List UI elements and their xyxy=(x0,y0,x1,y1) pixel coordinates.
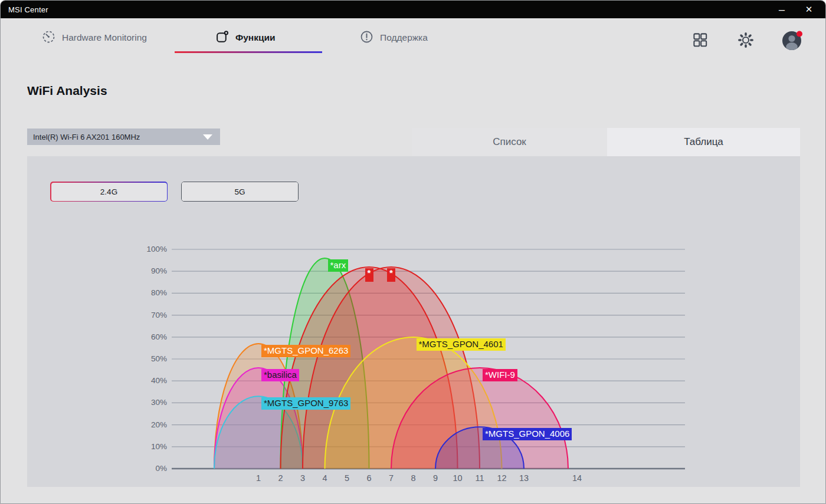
support-icon xyxy=(360,30,373,46)
tab-hardware-monitoring[interactable]: Hardware Monitoring xyxy=(42,28,147,48)
tab-label: Hardware Monitoring xyxy=(62,32,147,43)
x-axis-tick: 5 xyxy=(337,473,357,483)
wifi-analysis-panel: 2.4G 5G 0%10%20%30%40%50%60%70%80%90%100… xyxy=(27,156,800,487)
titlebar: MSI Center xyxy=(1,1,825,18)
y-axis-tick: 40% xyxy=(139,375,167,387)
minimize-button[interactable]: – xyxy=(769,1,795,18)
network-label: * xyxy=(387,268,395,282)
wifi-channel-chart: 0%10%20%30%40%50%60%70%80%90%100%1234567… xyxy=(27,156,800,487)
tab-functions[interactable]: Функции xyxy=(215,28,276,48)
adapter-dropdown-value: Intel(R) Wi-Fi 6 AX201 160MHz xyxy=(33,133,203,141)
x-axis-tick: 8 xyxy=(404,473,424,483)
tab-label: Поддержка xyxy=(380,32,428,43)
chevron-down-icon xyxy=(203,134,212,140)
y-axis-tick: 90% xyxy=(139,265,167,277)
x-axis-tick: 14 xyxy=(567,473,587,483)
x-axis-tick: 2 xyxy=(271,473,291,483)
apps-grid-icon[interactable] xyxy=(692,32,708,50)
tab-support[interactable]: Поддержка xyxy=(360,28,428,48)
x-axis-tick: 13 xyxy=(514,473,534,483)
x-axis-tick: 7 xyxy=(381,473,401,483)
network-label: *MGTS_GPON_4006 xyxy=(483,428,572,440)
x-axis-tick: 10 xyxy=(448,473,468,483)
adapter-dropdown[interactable]: Intel(R) Wi-Fi 6 AX201 160MHz xyxy=(27,129,220,145)
y-axis-tick: 30% xyxy=(139,397,167,409)
active-tab-underline xyxy=(175,51,322,53)
x-axis-tick: 3 xyxy=(293,473,313,483)
page-title: WiFi Analysis xyxy=(27,84,107,98)
view-tab-table[interactable]: Таблица xyxy=(607,128,800,156)
network-label: *WIFI-9 xyxy=(483,369,517,381)
network-label: *MGTS_GPON_9763 xyxy=(261,397,350,410)
settings-gear-icon[interactable] xyxy=(738,32,754,51)
y-axis-tick: 0% xyxy=(139,463,167,475)
notification-dot xyxy=(796,31,802,37)
window-title: MSI Center xyxy=(8,5,48,14)
x-axis-tick: 11 xyxy=(470,473,490,483)
y-axis-tick: 100% xyxy=(139,243,167,255)
tab-label: Функции xyxy=(235,32,276,43)
close-button[interactable]: ✕ xyxy=(796,1,822,18)
y-axis-tick: 20% xyxy=(139,419,167,431)
network-label: *arx xyxy=(328,259,349,272)
x-axis-tick: 12 xyxy=(492,473,512,483)
y-axis-tick: 70% xyxy=(139,309,167,321)
x-axis-tick: 6 xyxy=(359,473,379,483)
y-axis-tick: 50% xyxy=(139,353,167,365)
user-avatar[interactable] xyxy=(782,30,803,51)
x-axis-tick: 9 xyxy=(425,473,445,483)
y-axis-tick: 10% xyxy=(139,441,167,453)
y-axis-tick: 60% xyxy=(139,331,167,343)
y-axis-tick: 80% xyxy=(139,287,167,299)
functions-icon xyxy=(215,30,229,46)
network-label: *basilica xyxy=(261,369,299,381)
x-axis-tick: 1 xyxy=(248,473,268,483)
hardware-monitoring-icon xyxy=(42,30,55,46)
network-label: * xyxy=(365,268,373,282)
x-axis-tick: 4 xyxy=(315,473,335,483)
msi-center-window: MSI Center – ✕ Hardware Monitoring Функц… xyxy=(0,0,826,504)
network-label: *MGTS_GPON_4601 xyxy=(417,338,506,351)
view-tab-list[interactable]: Список xyxy=(412,128,607,156)
network-label: *MGTS_GPON_6263 xyxy=(261,345,350,357)
